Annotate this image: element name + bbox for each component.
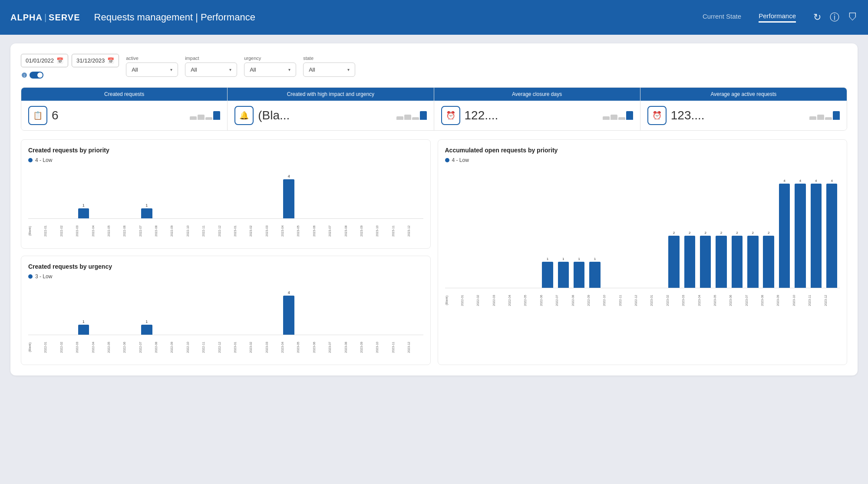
chevron-down-icon: ▾ <box>170 67 172 72</box>
nav-tab-current-state[interactable]: Current State <box>703 13 741 23</box>
bar-label-top: 4 <box>288 290 290 295</box>
acc-bar-label: 1 <box>594 257 596 261</box>
calendar-to-icon[interactable]: 📅 <box>107 57 114 64</box>
filter-urgency-select[interactable]: All ▾ <box>244 63 296 77</box>
acc-x-label: 2022-05 <box>524 290 539 311</box>
toggle-icon: ↕ <box>21 72 28 79</box>
acc-bar-label: 2 <box>736 231 738 235</box>
acc-bar-label: 2 <box>752 231 754 235</box>
x-label: 2023-08 <box>344 221 360 241</box>
info-icon[interactable]: ⓘ <box>830 11 839 24</box>
bar-col: 4 <box>281 174 297 218</box>
acc-x-label: 2023-08 <box>761 290 776 311</box>
acc-x-label: 2023-03 <box>682 290 697 311</box>
acc-x-label: 2023-05 <box>713 290 729 311</box>
filter-active-select[interactable]: All ▾ <box>126 63 178 77</box>
filter-active-value: All <box>132 66 138 73</box>
mini-bar-2 <box>611 115 617 120</box>
chevron-down-icon-2: ▾ <box>229 67 231 72</box>
refresh-icon[interactable]: ↻ <box>813 12 821 23</box>
kpi-body-1: 🔔 (Bla... <box>228 101 433 130</box>
mini-bar-4 <box>833 111 840 120</box>
acc-x-label: 2023-04 <box>698 290 713 311</box>
kpi-icon-1: 🔔 <box>234 106 254 125</box>
x-label: 2023-05 <box>297 337 312 358</box>
chart-priority-panel: Created requests by priority 4 - Low 1 <box>21 139 431 249</box>
nav-tabs: Current State Performance <box>703 12 796 23</box>
acc-bar-col: 1 <box>587 257 603 288</box>
mini-bar-2 <box>404 115 411 120</box>
x-label: 2022-04 <box>92 337 107 358</box>
acc-bar-label: 1 <box>562 257 564 261</box>
x-label: 2023-02 <box>249 221 265 241</box>
date-to-box[interactable]: 31/12/2023 📅 <box>72 54 119 67</box>
mini-bar-3 <box>618 117 625 120</box>
logo: ALPHA | SERVE <box>10 13 80 23</box>
filter-state-select[interactable]: All ▾ <box>303 63 355 77</box>
chart-urgency-area: 1 1 <box>28 283 423 358</box>
x-label: 2023-10 <box>376 337 391 358</box>
legend-dot-priority <box>28 158 33 162</box>
filter-impact-select[interactable]: All ▾ <box>185 63 237 77</box>
acc-bar-label: 2 <box>704 231 706 235</box>
x-label: 2022-01 <box>44 221 59 241</box>
acc-x-label: (Blank) <box>445 290 461 311</box>
header: ALPHA | SERVE Requests management | Perf… <box>0 0 868 35</box>
acc-bar-label: 4 <box>799 179 801 183</box>
bar-rect <box>78 325 89 335</box>
acc-bar-col: 2 <box>698 231 713 288</box>
filter-urgency-label: urgency <box>244 56 296 61</box>
acc-bar-label: 4 <box>831 179 832 183</box>
x-label: 2022-10 <box>186 221 202 241</box>
x-label: 2022-12 <box>218 221 234 241</box>
acc-bar-label: 2 <box>768 231 769 235</box>
bar-col: 1 <box>139 319 155 335</box>
kpi-header-1: Created with high impact and urgency <box>228 88 433 101</box>
date-to-value: 31/12/2023 <box>76 57 105 64</box>
acc-x-label: 2023-12 <box>824 290 840 311</box>
filter-impact-label: impact <box>185 56 237 61</box>
x-label: 2023-12 <box>407 221 423 241</box>
x-label: 2023-02 <box>249 337 265 358</box>
kpi-row: Created requests 📋 6 Created with high i… <box>21 87 847 131</box>
acc-bar-col: 1 <box>571 257 587 288</box>
bar-col: 1 <box>76 203 91 218</box>
bar-label-top: 1 <box>145 203 148 207</box>
filter-icon[interactable]: ⛉ <box>848 12 858 23</box>
kpi-value-2: 122.... <box>465 109 598 122</box>
x-label: 2022-04 <box>92 221 107 241</box>
dashboard-card: 01/01/2022 📅 31/12/2023 📅 ↕ <box>10 43 858 375</box>
acc-bar-rect <box>589 262 600 288</box>
mini-bar-3 <box>205 117 212 120</box>
filter-state-label: state <box>303 56 355 61</box>
chart-priority-legend: 4 - Low <box>28 157 423 163</box>
nav-tab-performance[interactable]: Performance <box>759 12 796 23</box>
mini-bar-2 <box>817 115 824 120</box>
date-from-box[interactable]: 01/01/2022 📅 <box>21 54 68 67</box>
kpi-body-2: ⏰ 122.... <box>434 101 640 130</box>
x-label: 2023-07 <box>328 221 344 241</box>
acc-bar-label: 4 <box>783 179 785 183</box>
filter-active-label: active <box>126 56 178 61</box>
x-label: 2022-06 <box>123 337 139 358</box>
toggle-button[interactable] <box>30 72 43 79</box>
acc-bar-rect <box>811 184 822 288</box>
x-label: 2022-06 <box>123 221 139 241</box>
calendar-from-icon[interactable]: 📅 <box>56 57 63 64</box>
chart-accumulated-panel: Accumulated open requests by priority 4 … <box>438 139 848 365</box>
x-label: 2023-03 <box>265 337 281 358</box>
filter-impact-value: All <box>191 66 197 73</box>
x-label: 2023-11 <box>392 337 407 358</box>
mini-bar-4 <box>626 111 633 120</box>
x-label: 2022-05 <box>107 221 123 241</box>
bar-col: 1 <box>139 203 155 218</box>
kpi-icon-2: ⏰ <box>441 106 460 125</box>
kpi-body-0: 📋 6 <box>21 101 227 130</box>
x-label: 2022-07 <box>139 337 155 358</box>
bar-rect <box>283 179 294 218</box>
acc-x-label: 2022-06 <box>540 290 555 311</box>
acc-bar-rect <box>668 236 679 288</box>
kpi-value-3: 123.... <box>671 109 805 122</box>
x-label: 2023-04 <box>281 221 297 241</box>
mini-bar-4 <box>420 111 427 120</box>
